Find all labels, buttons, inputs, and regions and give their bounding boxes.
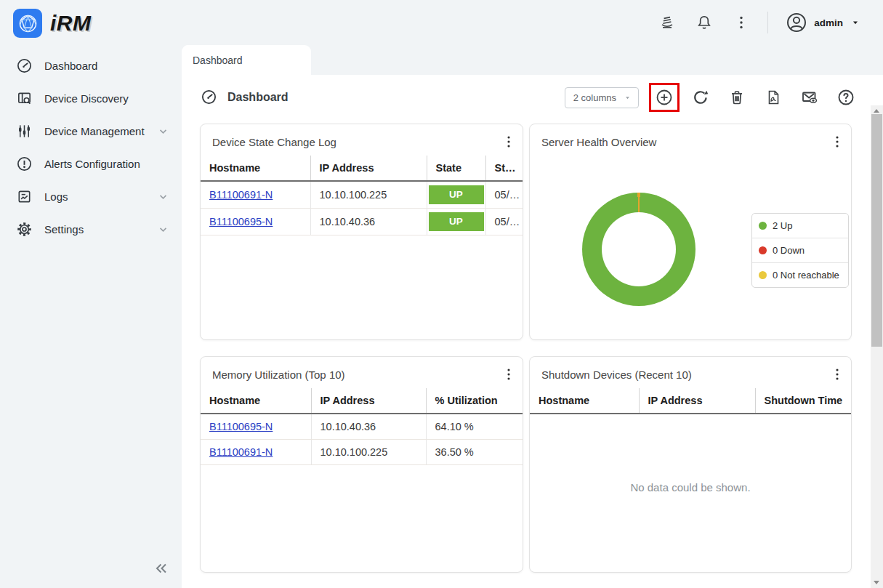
column-header: IP Address bbox=[639, 388, 755, 414]
app-root: iRM DashboardDevice DiscoveryDevice Mana… bbox=[0, 0, 883, 588]
table-row: B11100695-N10.10.40.3664.10 % bbox=[201, 414, 523, 440]
page-title-row: Dashboard bbox=[201, 89, 289, 105]
table-row: B11100695-N10.10.40.36UP05/… bbox=[201, 209, 523, 235]
memory-utilization-table: HostnameIP Address% UtilizationB11100695… bbox=[201, 388, 523, 465]
widget-shutdown-devices: Shutdown Devices (Recent 10) HostnameIP … bbox=[529, 356, 852, 573]
scrollbar-thumb[interactable] bbox=[871, 114, 882, 347]
hostname-link[interactable]: B11100691-N bbox=[209, 446, 273, 458]
hostname-link[interactable]: B11100695-N bbox=[209, 216, 273, 227]
table-cell: 05/… bbox=[485, 209, 523, 235]
topbar-divider bbox=[767, 12, 768, 33]
legend-label: 0 Down bbox=[773, 245, 805, 256]
sidebar-item-device-management[interactable]: Device Management bbox=[0, 115, 182, 148]
table-cell: B11100691-N bbox=[201, 181, 310, 209]
table-cell: B11100695-N bbox=[201, 209, 310, 235]
table-cell: 10.10.40.36 bbox=[310, 209, 427, 235]
shutdown-devices-table: HostnameIP AddressShutdown Time bbox=[530, 388, 851, 414]
toolbar: Dashboard 2 columns bbox=[182, 75, 883, 120]
table-cell: UP bbox=[427, 181, 485, 209]
widget-title: Memory Utilization (Top 10) bbox=[212, 368, 345, 381]
gear-icon bbox=[16, 221, 33, 238]
device-discovery-icon bbox=[16, 90, 33, 107]
topbar-actions: admin bbox=[658, 0, 861, 45]
brand-name: iRM bbox=[50, 11, 92, 36]
legend-item: 2 Up bbox=[752, 214, 848, 238]
more-menu-button[interactable] bbox=[733, 14, 750, 31]
user-avatar-icon bbox=[786, 12, 807, 33]
widget-server-health-overview: Server Health Overview 2 Up0 Down0 Not r… bbox=[529, 124, 852, 340]
caret-down-icon bbox=[850, 17, 861, 28]
user-name: admin bbox=[814, 17, 843, 28]
widget-menu-button[interactable] bbox=[829, 366, 845, 382]
widget-menu-button[interactable] bbox=[829, 134, 845, 150]
widget-header: Memory Utilization (Top 10) bbox=[201, 357, 523, 388]
legend-dot bbox=[759, 246, 767, 254]
email-report-button[interactable] bbox=[801, 89, 818, 106]
sidebar-item-label: Dashboard bbox=[44, 60, 97, 72]
columns-select-value: 2 columns bbox=[573, 92, 616, 103]
export-pdf-button[interactable] bbox=[765, 89, 782, 106]
sidebar-nav: DashboardDevice DiscoveryDevice Manageme… bbox=[0, 49, 182, 246]
sidebar-item-dashboard[interactable]: Dashboard bbox=[0, 49, 182, 82]
state-badge: UP bbox=[429, 212, 484, 231]
columns-select[interactable]: 2 columns bbox=[565, 87, 639, 108]
help-button[interactable] bbox=[837, 89, 855, 106]
legend-dot bbox=[759, 222, 767, 230]
delete-widget-button[interactable] bbox=[728, 89, 746, 106]
column-header: Hostname bbox=[530, 388, 639, 414]
table-cell: 05/… bbox=[485, 181, 523, 209]
page-title: Dashboard bbox=[227, 91, 289, 104]
logs-icon bbox=[16, 188, 33, 205]
sidebar: iRM DashboardDevice DiscoveryDevice Mana… bbox=[0, 0, 182, 588]
legend-label: 0 Not reachable bbox=[773, 270, 839, 281]
sidebar-item-logs[interactable]: Logs bbox=[0, 180, 182, 213]
refresh-button[interactable] bbox=[692, 89, 709, 106]
toolbar-buttons: 2 columns bbox=[565, 75, 864, 120]
sidebar-item-device-discovery[interactable]: Device Discovery bbox=[0, 82, 182, 115]
widget-title: Device State Change Log bbox=[212, 136, 336, 148]
column-header: State bbox=[427, 156, 485, 181]
chart-legend: 2 Up0 Down0 Not reachable bbox=[751, 213, 849, 288]
network-globe-icon bbox=[13, 9, 42, 38]
task-queue-button[interactable] bbox=[658, 14, 676, 31]
gauge-icon bbox=[16, 57, 33, 74]
vertical-scrollbar[interactable] bbox=[871, 105, 883, 588]
widget-header: Device State Change Log bbox=[201, 124, 523, 156]
empty-state-message: No data could be shown. bbox=[530, 481, 851, 494]
table-cell: 64.10 % bbox=[426, 414, 523, 440]
hostname-link[interactable]: B11100691-N bbox=[209, 189, 273, 201]
gauge-icon bbox=[201, 89, 217, 105]
column-header: % Utilization bbox=[426, 388, 523, 414]
table-cell: 10.10.100.225 bbox=[311, 440, 426, 465]
table-cell: 10.10.100.225 bbox=[310, 181, 427, 209]
legend-item: 0 Down bbox=[752, 238, 848, 262]
topbar: admin bbox=[182, 0, 883, 45]
sidebar-item-label: Device Discovery bbox=[44, 92, 129, 105]
column-header: St… bbox=[485, 156, 523, 181]
widget-menu-button[interactable] bbox=[501, 366, 517, 382]
table-cell: UP bbox=[427, 209, 485, 235]
widget-header: Server Health Overview bbox=[530, 124, 851, 156]
state-badge: UP bbox=[429, 185, 484, 204]
sidebar-item-label: Device Management bbox=[44, 125, 145, 137]
table-row: B11100691-N10.10.100.225UP05/… bbox=[201, 181, 523, 209]
widget-menu-button[interactable] bbox=[501, 134, 517, 150]
hostname-link[interactable]: B11100695-N bbox=[209, 421, 273, 432]
caret-down-icon bbox=[623, 93, 632, 102]
add-widget-button[interactable] bbox=[656, 89, 673, 106]
widget-title: Server Health Overview bbox=[541, 136, 656, 148]
notifications-button[interactable] bbox=[695, 14, 713, 31]
sidebar-collapse-button[interactable] bbox=[145, 555, 177, 584]
user-menu[interactable]: admin bbox=[786, 12, 861, 33]
sidebar-item-alerts-configuration[interactable]: Alerts Configuration bbox=[0, 148, 182, 180]
table-cell: B11100691-N bbox=[201, 440, 311, 465]
column-header: IP Address bbox=[310, 156, 427, 181]
alert-circle-icon bbox=[16, 156, 33, 172]
tab-dashboard[interactable]: Dashboard bbox=[182, 45, 311, 75]
legend-dot bbox=[759, 271, 767, 279]
chevron-down-icon bbox=[156, 190, 170, 204]
scroll-down-arrow[interactable] bbox=[871, 576, 883, 588]
tab-bar: Dashboard bbox=[182, 45, 883, 75]
table-cell: 36.50 % bbox=[426, 440, 523, 465]
sidebar-item-settings[interactable]: Settings bbox=[0, 213, 182, 246]
